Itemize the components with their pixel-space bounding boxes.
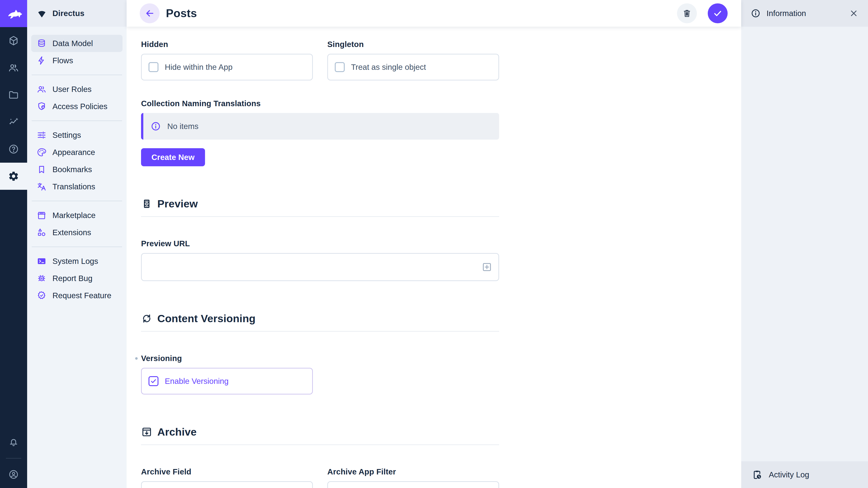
bug-icon (37, 273, 46, 283)
trash-icon (682, 8, 692, 18)
archive-row: Archive Field Choose a field... Archive … (141, 445, 499, 488)
sidebar-item-request-feature[interactable]: Request Feature (31, 287, 123, 304)
back-button[interactable] (140, 3, 160, 23)
directus-logo[interactable] (0, 0, 27, 27)
nav-divider (32, 121, 122, 121)
info-circle-icon (151, 121, 161, 131)
sidebar-item-label: Settings (53, 131, 81, 140)
close-sidebar-button[interactable] (849, 8, 859, 18)
project-bar[interactable]: Directus (27, 0, 127, 27)
edited-indicator-dot (135, 357, 138, 360)
archive-section: Archive Archive Field Choose a field... … (141, 426, 499, 488)
hidden-checkbox[interactable]: Hide within the App (141, 54, 313, 80)
sidebar-item-label: Request Feature (53, 291, 112, 300)
archive-app-filter-label: Archive App Filter (327, 467, 499, 476)
sidebar-item-system-logs[interactable]: System Logs (31, 253, 123, 270)
sidebar-item-access-policies[interactable]: Access Policies (31, 98, 123, 115)
shield-person-icon (37, 101, 46, 111)
section-rule (141, 216, 499, 217)
sidebar-item-label: Marketplace (53, 211, 96, 220)
rabbit-icon (5, 5, 22, 22)
notifications-button[interactable] (0, 429, 27, 456)
palette-icon (37, 147, 46, 157)
sidebar-item-label: Extensions (53, 228, 91, 237)
project-name: Directus (53, 9, 85, 18)
sidebar-item-label: Bookmarks (53, 165, 92, 174)
section-rule (141, 331, 499, 332)
sidebar-item-report-bug[interactable]: Report Bug (31, 270, 123, 287)
info-sidebar-header: Information (741, 0, 868, 27)
naming-translations-field: Collection Naming Translations No items … (141, 99, 499, 166)
preview-icon (141, 198, 152, 209)
clipboard-clock-icon (752, 469, 763, 480)
sidebar-item-translations[interactable]: Translations (31, 178, 123, 195)
content-module[interactable] (0, 27, 27, 54)
nav-list: Data ModelFlowsUser RolesAccess Policies… (27, 27, 127, 304)
settings-module[interactable] (0, 163, 27, 190)
sidebar-item-marketplace[interactable]: Marketplace (31, 207, 123, 224)
nav-divider (32, 74, 122, 75)
folder-icon (8, 89, 19, 101)
archive-field-label: Archive Field (141, 467, 313, 476)
insights-icon (8, 116, 19, 128)
database-icon (37, 38, 46, 48)
add-field-plus-icon[interactable] (481, 261, 493, 273)
singleton-checkbox[interactable]: Treat as single object (327, 54, 499, 80)
versioning-label: Versioning (141, 354, 499, 363)
enable-app-archive-filter-checkbox[interactable]: Enable App Archive Filter (327, 481, 499, 488)
sidebar-item-label: Translations (53, 182, 95, 191)
new-releases-icon (37, 291, 46, 300)
delete-collection-button[interactable] (677, 3, 697, 23)
nav-divider (32, 201, 122, 201)
create-new-button[interactable]: Create New (141, 148, 205, 166)
archive-field-select[interactable]: Choose a field... (141, 481, 313, 488)
sidebar-item-user-roles[interactable]: User Roles (31, 80, 123, 98)
bolt-icon (37, 56, 46, 66)
preview-url-input[interactable] (141, 253, 499, 281)
sidebar-item-label: Report Bug (53, 274, 92, 283)
insights-module[interactable] (0, 108, 27, 135)
sidebar-item-label: User Roles (53, 85, 92, 94)
section-title: Content Versioning (157, 312, 255, 325)
files-module[interactable] (0, 81, 27, 108)
activity-log-button[interactable]: Activity Log (741, 461, 868, 488)
sidebar-item-data-model[interactable]: Data Model (31, 35, 123, 52)
preview-section: Preview Preview URL (141, 197, 499, 281)
group-icon (37, 84, 46, 94)
project-fan-icon (37, 8, 47, 19)
no-items-notice: No items (141, 113, 499, 140)
checkbox-icon (149, 62, 158, 72)
users-icon (8, 62, 19, 73)
translate-icon (37, 182, 46, 192)
section-title: Preview (157, 197, 198, 210)
checkbox-icon (335, 62, 345, 72)
info-sidebar-title: Information (767, 9, 843, 18)
singleton-label: Singleton (327, 40, 499, 49)
help-icon (8, 143, 19, 155)
sidebar-item-extensions[interactable]: Extensions (31, 224, 123, 241)
enable-versioning-checkbox[interactable]: Enable Versioning (141, 368, 313, 394)
singleton-field: Singleton Treat as single object (327, 40, 499, 80)
account-button[interactable] (0, 461, 27, 488)
sidebar-item-flows[interactable]: Flows (31, 52, 123, 69)
sidebar-item-appearance[interactable]: Appearance (31, 144, 123, 161)
users-module[interactable] (0, 54, 27, 81)
terminal-icon (37, 256, 46, 266)
bookmark-icon (37, 164, 46, 174)
page-title: Posts (166, 7, 671, 20)
sidebar-item-bookmarks[interactable]: Bookmarks (31, 161, 123, 178)
save-button[interactable] (708, 3, 727, 23)
sidebar-item-label: Data Model (53, 39, 93, 48)
nav-divider (32, 247, 122, 247)
bell-icon (8, 437, 19, 448)
check-icon (712, 8, 723, 19)
docs-module[interactable] (0, 135, 27, 163)
module-list (0, 27, 27, 190)
tune-icon (37, 130, 46, 140)
arrow-left-icon (145, 8, 155, 19)
checkbox-label: Treat as single object (351, 63, 426, 72)
activity-log-label: Activity Log (769, 470, 809, 479)
sidebar-item-settings[interactable]: Settings (31, 127, 123, 144)
no-items-text: No items (167, 122, 198, 131)
checkbox-label: Enable Versioning (165, 377, 228, 386)
